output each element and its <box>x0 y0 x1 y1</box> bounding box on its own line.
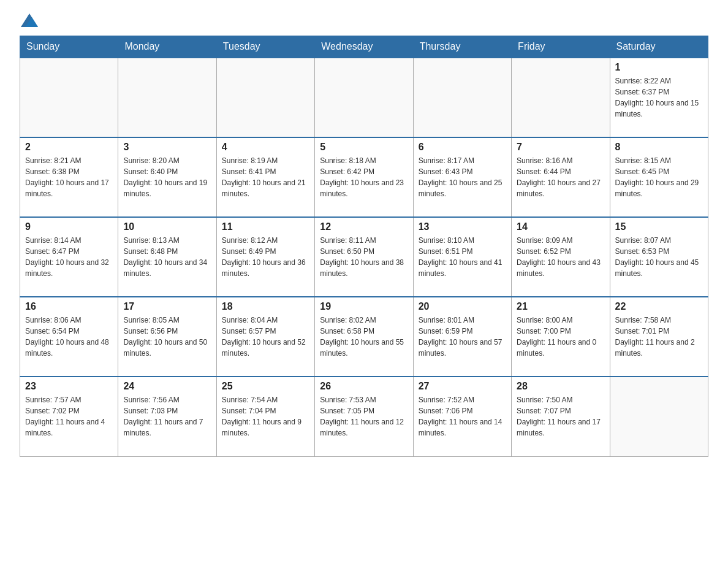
calendar-cell <box>216 58 314 137</box>
calendar-cell: 12Sunrise: 8:11 AMSunset: 6:50 PMDayligh… <box>315 217 413 297</box>
calendar-cell <box>512 58 610 137</box>
calendar-cell <box>118 58 216 137</box>
day-info: Sunrise: 8:06 AMSunset: 6:54 PMDaylight:… <box>25 315 113 359</box>
day-number: 12 <box>320 221 408 232</box>
day-number: 21 <box>517 301 604 312</box>
day-header-tuesday: Tuesday <box>216 36 314 58</box>
day-info: Sunrise: 8:10 AMSunset: 6:51 PMDaylight:… <box>419 235 506 279</box>
page-header <box>20 15 708 28</box>
calendar-cell: 22Sunrise: 7:58 AMSunset: 7:01 PMDayligh… <box>610 297 708 377</box>
day-info: Sunrise: 7:53 AMSunset: 7:05 PMDaylight:… <box>320 394 408 439</box>
calendar-cell: 18Sunrise: 8:04 AMSunset: 6:57 PMDayligh… <box>216 297 314 377</box>
logo-icon <box>21 13 38 27</box>
calendar-cell <box>20 58 118 137</box>
calendar-cell: 26Sunrise: 7:53 AMSunset: 7:05 PMDayligh… <box>315 377 413 456</box>
calendar-cell: 11Sunrise: 8:12 AMSunset: 6:49 PMDayligh… <box>216 217 314 297</box>
day-info: Sunrise: 8:12 AMSunset: 6:49 PMDaylight:… <box>222 235 309 279</box>
day-header-thursday: Thursday <box>413 36 511 58</box>
day-info: Sunrise: 8:04 AMSunset: 6:57 PMDaylight:… <box>222 315 309 359</box>
day-number: 3 <box>123 142 211 153</box>
day-number: 26 <box>320 381 408 392</box>
calendar-header-row: SundayMondayTuesdayWednesdayThursdayFrid… <box>20 36 708 58</box>
calendar-cell: 5Sunrise: 8:18 AMSunset: 6:42 PMDaylight… <box>315 137 413 217</box>
calendar-cell <box>610 377 708 456</box>
calendar-cell: 23Sunrise: 7:57 AMSunset: 7:02 PMDayligh… <box>20 377 118 456</box>
calendar-cell: 7Sunrise: 8:16 AMSunset: 6:44 PMDaylight… <box>512 137 610 217</box>
calendar-cell <box>413 58 511 137</box>
calendar-cell: 1Sunrise: 8:22 AMSunset: 6:37 PMDaylight… <box>610 58 708 137</box>
day-number: 23 <box>25 381 113 392</box>
calendar-table: SundayMondayTuesdayWednesdayThursdayFrid… <box>20 36 708 457</box>
day-info: Sunrise: 8:14 AMSunset: 6:47 PMDaylight:… <box>25 235 113 279</box>
calendar-cell: 16Sunrise: 8:06 AMSunset: 6:54 PMDayligh… <box>20 297 118 377</box>
day-header-wednesday: Wednesday <box>315 36 413 58</box>
day-info: Sunrise: 8:21 AMSunset: 6:38 PMDaylight:… <box>25 155 113 199</box>
day-header-monday: Monday <box>118 36 216 58</box>
day-number: 9 <box>25 221 113 232</box>
day-number: 27 <box>419 381 506 392</box>
day-info: Sunrise: 8:18 AMSunset: 6:42 PMDaylight:… <box>320 155 408 199</box>
day-number: 19 <box>320 301 408 312</box>
day-info: Sunrise: 8:02 AMSunset: 6:58 PMDaylight:… <box>320 315 408 359</box>
day-info: Sunrise: 8:15 AMSunset: 6:45 PMDaylight:… <box>615 155 703 199</box>
day-header-sunday: Sunday <box>20 36 118 58</box>
day-info: Sunrise: 7:56 AMSunset: 7:03 PMDaylight:… <box>123 394 211 439</box>
day-info: Sunrise: 8:07 AMSunset: 6:53 PMDaylight:… <box>615 235 703 279</box>
day-number: 20 <box>419 301 506 312</box>
day-number: 17 <box>123 301 211 312</box>
calendar-week-row: 1Sunrise: 8:22 AMSunset: 6:37 PMDaylight… <box>20 58 708 137</box>
calendar-cell: 14Sunrise: 8:09 AMSunset: 6:52 PMDayligh… <box>512 217 610 297</box>
calendar-week-row: 2Sunrise: 8:21 AMSunset: 6:38 PMDaylight… <box>20 137 708 217</box>
day-info: Sunrise: 8:11 AMSunset: 6:50 PMDaylight:… <box>320 235 408 279</box>
day-number: 15 <box>615 221 703 232</box>
day-info: Sunrise: 8:05 AMSunset: 6:56 PMDaylight:… <box>123 315 211 359</box>
calendar-cell: 21Sunrise: 8:00 AMSunset: 7:00 PMDayligh… <box>512 297 610 377</box>
calendar-cell: 19Sunrise: 8:02 AMSunset: 6:58 PMDayligh… <box>315 297 413 377</box>
day-number: 25 <box>222 381 309 392</box>
day-info: Sunrise: 7:50 AMSunset: 7:07 PMDaylight:… <box>517 394 604 439</box>
day-number: 2 <box>25 142 113 153</box>
day-number: 4 <box>222 142 309 153</box>
calendar-cell: 3Sunrise: 8:20 AMSunset: 6:40 PMDaylight… <box>118 137 216 217</box>
day-info: Sunrise: 8:16 AMSunset: 6:44 PMDaylight:… <box>517 155 604 199</box>
calendar-cell: 24Sunrise: 7:56 AMSunset: 7:03 PMDayligh… <box>118 377 216 456</box>
day-number: 8 <box>615 142 703 153</box>
calendar-week-row: 16Sunrise: 8:06 AMSunset: 6:54 PMDayligh… <box>20 297 708 377</box>
logo <box>20 15 38 28</box>
day-number: 6 <box>419 142 506 153</box>
calendar-cell: 2Sunrise: 8:21 AMSunset: 6:38 PMDaylight… <box>20 137 118 217</box>
day-info: Sunrise: 8:09 AMSunset: 6:52 PMDaylight:… <box>517 235 604 279</box>
day-info: Sunrise: 7:57 AMSunset: 7:02 PMDaylight:… <box>25 394 113 439</box>
day-header-friday: Friday <box>512 36 610 58</box>
calendar-cell: 17Sunrise: 8:05 AMSunset: 6:56 PMDayligh… <box>118 297 216 377</box>
calendar-cell: 27Sunrise: 7:52 AMSunset: 7:06 PMDayligh… <box>413 377 511 456</box>
calendar-cell: 8Sunrise: 8:15 AMSunset: 6:45 PMDaylight… <box>610 137 708 217</box>
day-info: Sunrise: 8:19 AMSunset: 6:41 PMDaylight:… <box>222 155 309 199</box>
calendar-cell: 20Sunrise: 8:01 AMSunset: 6:59 PMDayligh… <box>413 297 511 377</box>
day-number: 7 <box>517 142 604 153</box>
calendar-week-row: 23Sunrise: 7:57 AMSunset: 7:02 PMDayligh… <box>20 377 708 456</box>
day-number: 1 <box>615 62 703 73</box>
day-number: 18 <box>222 301 309 312</box>
calendar-cell: 13Sunrise: 8:10 AMSunset: 6:51 PMDayligh… <box>413 217 511 297</box>
day-number: 16 <box>25 301 113 312</box>
day-number: 10 <box>123 221 211 232</box>
day-number: 13 <box>419 221 506 232</box>
calendar-cell: 4Sunrise: 8:19 AMSunset: 6:41 PMDaylight… <box>216 137 314 217</box>
day-info: Sunrise: 8:20 AMSunset: 6:40 PMDaylight:… <box>123 155 211 199</box>
day-info: Sunrise: 8:22 AMSunset: 6:37 PMDaylight:… <box>615 75 703 120</box>
day-info: Sunrise: 8:17 AMSunset: 6:43 PMDaylight:… <box>419 155 506 199</box>
day-info: Sunrise: 7:58 AMSunset: 7:01 PMDaylight:… <box>615 315 703 359</box>
calendar-cell: 28Sunrise: 7:50 AMSunset: 7:07 PMDayligh… <box>512 377 610 456</box>
day-info: Sunrise: 8:01 AMSunset: 6:59 PMDaylight:… <box>419 315 506 359</box>
calendar-cell: 15Sunrise: 8:07 AMSunset: 6:53 PMDayligh… <box>610 217 708 297</box>
day-number: 28 <box>517 381 604 392</box>
day-info: Sunrise: 8:13 AMSunset: 6:48 PMDaylight:… <box>123 235 211 279</box>
calendar-cell: 9Sunrise: 8:14 AMSunset: 6:47 PMDaylight… <box>20 217 118 297</box>
day-info: Sunrise: 7:54 AMSunset: 7:04 PMDaylight:… <box>222 394 309 439</box>
calendar-cell: 10Sunrise: 8:13 AMSunset: 6:48 PMDayligh… <box>118 217 216 297</box>
calendar-cell <box>315 58 413 137</box>
day-info: Sunrise: 8:00 AMSunset: 7:00 PMDaylight:… <box>517 315 604 359</box>
calendar-cell: 25Sunrise: 7:54 AMSunset: 7:04 PMDayligh… <box>216 377 314 456</box>
day-number: 14 <box>517 221 604 232</box>
